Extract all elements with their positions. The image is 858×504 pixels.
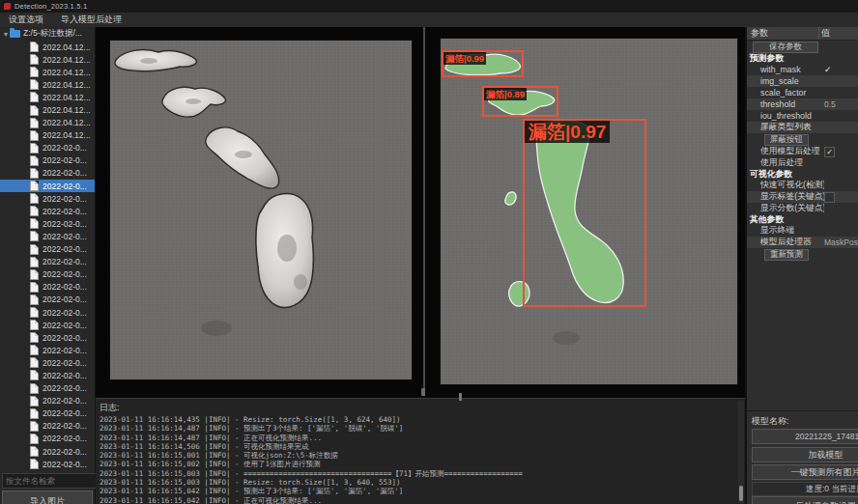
file-icon bbox=[30, 421, 39, 432]
param-name: with_mask bbox=[747, 65, 824, 74]
checkbox-icon[interactable] bbox=[824, 192, 835, 203]
file-tree-items: 2022.04.12...2022.04.12...2022.04.12...2… bbox=[0, 41, 95, 470]
tree-item[interactable]: 2022-02-0... bbox=[0, 395, 95, 407]
param-row[interactable]: threshold0.5 bbox=[747, 98, 858, 110]
tree-item[interactable]: 2022-02-0... bbox=[0, 433, 95, 445]
tree-item-label: 2022-02-0... bbox=[43, 143, 87, 153]
file-icon bbox=[30, 332, 39, 343]
tree-root[interactable]: ▼ Z:/5-标注数据/... bbox=[0, 27, 95, 41]
params-button[interactable]: 重新预测 bbox=[764, 249, 809, 261]
tree-item[interactable]: 2022.04.12... bbox=[0, 41, 95, 53]
tree-item[interactable]: 2022-02-0... bbox=[0, 319, 95, 331]
tree-item-label: 2022-02-0... bbox=[43, 207, 87, 216]
log-scrollbar[interactable] bbox=[738, 401, 744, 503]
log-scrollbar-thumb[interactable] bbox=[739, 486, 743, 501]
tree-item[interactable]: 2022-02-0... bbox=[0, 217, 95, 230]
params-col-param: 参数 bbox=[747, 27, 818, 40]
param-value: 0.5 bbox=[824, 99, 836, 109]
tree-item-label: 2022-02-0... bbox=[43, 244, 87, 254]
param-name: 屏蔽类型列表 bbox=[747, 122, 824, 133]
tree-item[interactable]: 2022-02-0... bbox=[0, 230, 95, 242]
model-name-field[interactable]: 20221225_174813 bbox=[752, 429, 858, 444]
tree-item[interactable]: 2022-02-0... bbox=[0, 154, 95, 167]
tree-item-label: 2022.04.12... bbox=[43, 93, 91, 102]
tree-item-label: 2022-02-0... bbox=[43, 383, 87, 393]
tree-item[interactable]: 2022.04.12... bbox=[0, 91, 95, 103]
tree-item[interactable]: 2022.04.12... bbox=[0, 103, 95, 116]
tree-item[interactable]: 2022-02-0... bbox=[0, 256, 95, 268]
param-row[interactable]: 快速可视化(检测) bbox=[747, 180, 858, 191]
import-image-button[interactable]: 导入图片 bbox=[2, 490, 93, 504]
param-row[interactable]: 显示分数(关键点) bbox=[747, 203, 858, 214]
log-line: 2023-01-11 16:16:14,487 |INFO| - 预测出了3个结… bbox=[96, 424, 745, 433]
tree-root-label: Z:/5-标注数据/... bbox=[23, 28, 82, 40]
param-name: 使用后处理 bbox=[747, 157, 824, 169]
tree-item[interactable]: 2022-02-0... bbox=[0, 331, 95, 344]
file-icon bbox=[30, 357, 39, 368]
params-button[interactable]: 屏蔽按钮 bbox=[764, 134, 809, 146]
menu-item-import-postprocess[interactable]: 导入模型后处理 bbox=[52, 13, 130, 27]
tree-item[interactable]: 2022-02-0... bbox=[0, 281, 95, 294]
param-row[interactable]: scale_factor bbox=[747, 87, 858, 98]
tree-item-label: 2022-02-0... bbox=[43, 308, 87, 318]
viewer-area: 漏箔|0.99漏箔|0.89漏箔|0.97 日志: 2023-01-11 16:… bbox=[96, 27, 745, 504]
param-row[interactable]: iou_threshold bbox=[747, 110, 858, 122]
tree-item[interactable]: 2022-02-0... bbox=[0, 268, 95, 281]
file-icon bbox=[30, 193, 39, 204]
tree-item[interactable]: 2022-02-0... bbox=[0, 180, 95, 192]
defect-blobs-graphic bbox=[110, 41, 412, 379]
prediction-image[interactable]: 漏箔|0.99漏箔|0.89漏箔|0.97 bbox=[440, 38, 738, 385]
param-row[interactable]: 显示终端 bbox=[747, 225, 858, 237]
tree-item-label: 2022-02-0... bbox=[43, 346, 87, 355]
tree-item[interactable]: 2022-02-0... bbox=[0, 142, 95, 154]
tree-item-label: 2022.04.12... bbox=[43, 55, 91, 65]
tree-item-label: 2022.04.12... bbox=[43, 42, 91, 52]
tree-item-label: 2022-02-0... bbox=[43, 396, 87, 406]
param-row[interactable]: 显示标签(关键点) bbox=[747, 191, 858, 203]
params-button[interactable]: 保存参数 bbox=[753, 42, 818, 53]
tree-item[interactable]: 2022-02-0... bbox=[0, 445, 95, 458]
tree-item[interactable]: 2022.04.12... bbox=[0, 117, 95, 129]
tree-item-label: 2022-02-0... bbox=[43, 333, 87, 343]
tree-item[interactable]: 2022-02-0... bbox=[0, 243, 95, 256]
predict-all-button[interactable]: 一键预测所有图片 bbox=[752, 464, 858, 480]
tree-item[interactable]: 2022-02-0... bbox=[0, 382, 95, 395]
tree-item[interactable]: 2022-02-0... bbox=[0, 458, 95, 470]
tree-item[interactable]: 2022.04.12... bbox=[0, 53, 95, 66]
param-row[interactable]: with_mask✓ bbox=[747, 64, 858, 75]
tree-item[interactable]: 2022-02-0... bbox=[0, 306, 95, 319]
tree-item[interactable]: 2022.04.12... bbox=[0, 78, 95, 91]
param-name: 显示终端 bbox=[747, 225, 824, 237]
tree-item[interactable]: 2022-02-0... bbox=[0, 344, 95, 356]
tree-item[interactable]: 2022.04.12... bbox=[0, 129, 95, 142]
postprocess-settings-button[interactable]: 后处理参数设置 bbox=[752, 496, 858, 504]
original-image[interactable] bbox=[109, 40, 413, 380]
param-row[interactable]: 使用后处理 bbox=[747, 157, 858, 169]
param-name: img_scale bbox=[747, 76, 824, 86]
chevron-down-icon[interactable]: ▼ bbox=[2, 31, 10, 38]
tree-item[interactable]: 2022-02-0... bbox=[0, 356, 95, 369]
param-row[interactable]: 使用模型后处理✓ bbox=[747, 146, 858, 157]
param-row[interactable]: 模型后处理器MaskPostPro bbox=[747, 237, 858, 248]
search-input[interactable] bbox=[2, 473, 97, 489]
log-splitter-grip-icon[interactable] bbox=[459, 393, 462, 401]
tree-item[interactable]: 2022.04.12... bbox=[0, 66, 95, 78]
menu-item-settings[interactable]: 设置选项 bbox=[0, 13, 52, 27]
window-title: Detection_2023.1.5.1 bbox=[14, 2, 87, 11]
log-lines[interactable]: 2023-01-11 16:16:14,435 |INFO| - Resize:… bbox=[96, 415, 745, 504]
param-row[interactable]: 屏蔽类型列表 bbox=[747, 122, 858, 133]
param-row[interactable]: img_scale bbox=[747, 75, 858, 87]
checkmark-icon[interactable]: ✓ bbox=[824, 65, 832, 74]
param-value: MaskPostPro bbox=[824, 238, 858, 247]
tree-item[interactable]: 2022-02-0... bbox=[0, 205, 95, 217]
tree-item-label: 2022-02-0... bbox=[43, 421, 87, 431]
tree-item[interactable]: 2022-02-0... bbox=[0, 369, 95, 381]
load-model-button[interactable]: 加载模型 bbox=[752, 447, 858, 462]
tree-item[interactable]: 2022-02-0... bbox=[0, 294, 95, 306]
tree-item[interactable]: 2022-02-0... bbox=[0, 192, 95, 205]
tree-item[interactable]: 2022-02-0... bbox=[0, 167, 95, 180]
tree-item[interactable]: 2022-02-0... bbox=[0, 407, 95, 420]
tree-item[interactable]: 2022-02-0... bbox=[0, 420, 95, 433]
checkbox-icon[interactable]: ✓ bbox=[824, 147, 835, 157]
log-line: 2023-01-11 16:16:15,001 |INFO| - 可视化json… bbox=[96, 451, 745, 460]
